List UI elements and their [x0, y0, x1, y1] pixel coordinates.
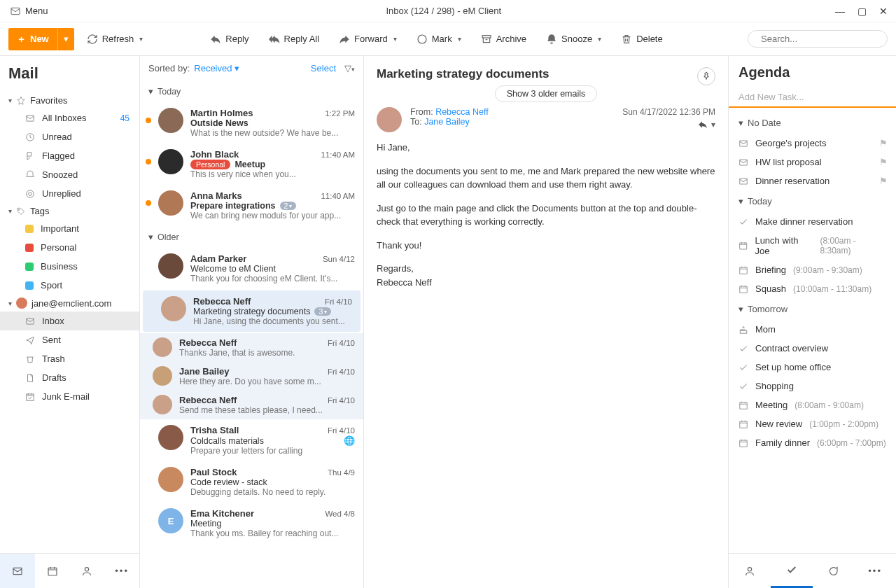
- search-input[interactable]: [748, 30, 888, 48]
- new-dropdown[interactable]: ▾: [57, 28, 74, 50]
- delete-icon: [621, 34, 632, 45]
- avatar: [158, 425, 183, 450]
- account-header[interactable]: ▾ jane@emclient.com: [0, 295, 139, 312]
- agenda-item[interactable]: Squash (10:00am - 11:30am): [729, 279, 896, 298]
- sort-value[interactable]: Received ▾: [194, 63, 239, 74]
- nav-folder[interactable]: Trash: [0, 349, 139, 368]
- pin-button[interactable]: [697, 67, 715, 85]
- refresh-icon: [87, 34, 98, 45]
- list-group[interactable]: ▾Today: [140, 80, 363, 102]
- message-item[interactable]: John Black11:40 AM Personal Meetup This …: [140, 144, 363, 185]
- select-link[interactable]: Select: [311, 63, 336, 74]
- svg-rect-21: [740, 421, 748, 427]
- folder-icon: [25, 373, 35, 383]
- agenda-item[interactable]: Lunch with Joe (8:00am - 8:30am): [729, 231, 896, 260]
- maximize-button[interactable]: ▢: [858, 6, 867, 17]
- agenda-item[interactable]: Dinner reservation ⚑: [729, 172, 896, 190]
- nav-folder[interactable]: Inbox: [0, 312, 139, 330]
- nav-more[interactable]: •••: [104, 554, 139, 588]
- mail-icon: [738, 139, 748, 148]
- svg-point-8: [18, 209, 20, 210]
- message-item[interactable]: E Ema KitchenerWed 4/8 Meeting Thank you…: [140, 503, 363, 544]
- favorites-header[interactable]: ▾ Favorites: [0, 92, 139, 108]
- message-item[interactable]: Rebecca NeffFri 4/10 Marketing strategy …: [143, 290, 360, 332]
- thread-count: 2▾: [280, 202, 297, 210]
- agenda-item[interactable]: Mom: [729, 320, 896, 339]
- filter-button[interactable]: ▽▾: [344, 63, 355, 74]
- agenda-contacts[interactable]: [729, 554, 771, 588]
- nav-folder[interactable]: Drafts: [0, 368, 139, 387]
- nav-favorite[interactable]: Snoozed: [0, 165, 139, 184]
- agenda-group[interactable]: ▾Tomorrow: [729, 298, 896, 320]
- message-item[interactable]: Rebecca NeffFri 4/10 Thanks Jane, that i…: [140, 333, 363, 362]
- agenda-group[interactable]: ▾Today: [729, 190, 896, 212]
- agenda-item[interactable]: Briefing (9:00am - 9:30am): [729, 260, 896, 279]
- nav-favorite[interactable]: Unread: [0, 127, 139, 146]
- agenda-item[interactable]: New review (1:00pm - 2:00pm): [729, 414, 896, 433]
- star-icon: [16, 96, 26, 106]
- reader-date: Sun 4/17/2022 12:36 PM: [622, 107, 715, 117]
- nav-tag[interactable]: Personal: [0, 238, 139, 257]
- agenda-item[interactable]: Shopping: [729, 377, 896, 396]
- snooze-button[interactable]: Snooze▾: [539, 29, 608, 49]
- nav-favorite[interactable]: All Inboxes 45: [0, 108, 139, 127]
- cal-icon: [738, 284, 748, 294]
- new-button[interactable]: ＋New ▾: [8, 28, 74, 50]
- svg-point-6: [27, 190, 34, 197]
- reply-button[interactable]: Reply: [203, 29, 255, 49]
- reply-quick[interactable]: [697, 120, 708, 130]
- message-item[interactable]: Rebecca NeffFri 4/10 Send me these table…: [140, 391, 363, 419]
- snooze-icon: [546, 34, 557, 45]
- close-button[interactable]: ✕: [879, 6, 888, 17]
- nav-tag[interactable]: Sport: [0, 276, 139, 295]
- reply-all-button[interactable]: Reply All: [262, 29, 327, 49]
- agenda-item[interactable]: Contract overview: [729, 339, 896, 358]
- svg-rect-10: [27, 393, 34, 400]
- show-older-button[interactable]: Show 3 older emails: [495, 85, 598, 102]
- to-link[interactable]: Jane Bailey: [424, 117, 470, 127]
- forward-button[interactable]: Forward▾: [332, 29, 404, 49]
- agenda-item[interactable]: Meeting (8:00am - 9:00am): [729, 396, 896, 414]
- refresh-button[interactable]: Refresh▾: [80, 29, 150, 49]
- message-list: Sorted by: Received ▾ Select ▽▾ ▾Today M…: [140, 56, 364, 588]
- agenda-item[interactable]: Set up home office: [729, 358, 896, 377]
- message-item[interactable]: Trisha StallFri 4/10 Coldcalls materials…: [140, 419, 363, 461]
- menu-button[interactable]: Menu: [6, 3, 52, 20]
- list-group[interactable]: ▾Older: [140, 226, 363, 248]
- nav-tag[interactable]: Business: [0, 257, 139, 276]
- fav-icon: [25, 113, 35, 123]
- archive-icon: [481, 34, 492, 45]
- message-item[interactable]: Anna Marks11:40 AM Prepare integrations …: [140, 185, 363, 226]
- agenda-chat[interactable]: [813, 554, 855, 588]
- nav-folder[interactable]: Sent: [0, 330, 139, 349]
- svg-rect-17: [740, 243, 747, 249]
- agenda-item[interactable]: Family dinner (6:00pm - 7:00pm): [729, 433, 896, 452]
- nav-contacts[interactable]: [70, 554, 105, 588]
- message-item[interactable]: Adam ParkerSun 4/12 Welcome to eM Client…: [140, 248, 363, 289]
- mark-button[interactable]: Mark▾: [410, 29, 468, 49]
- nav-calendar[interactable]: [35, 554, 70, 588]
- nav-folder[interactable]: Junk E-mail: [0, 387, 139, 406]
- agenda-tasks[interactable]: [771, 554, 813, 588]
- nav-favorite[interactable]: Unreplied: [0, 184, 139, 203]
- flag-icon: ⚑: [879, 176, 888, 186]
- agenda-item[interactable]: George's projects ⚑: [729, 134, 896, 153]
- agenda-group[interactable]: ▾No Date: [729, 112, 896, 134]
- archive-button[interactable]: Archive: [474, 29, 533, 49]
- message-item[interactable]: Martin Holmes1:22 PM Outside News What i…: [140, 102, 363, 144]
- folder-icon: [25, 335, 35, 345]
- agenda-more[interactable]: •••: [854, 554, 896, 588]
- message-item[interactable]: Paul StockThu 4/9 Code review - stack De…: [140, 461, 363, 503]
- message-item[interactable]: Jane BaileyFri 4/10 Here they are. Do yo…: [140, 362, 363, 391]
- agenda-item[interactable]: HW list proposal ⚑: [729, 153, 896, 172]
- nav-mail[interactable]: [0, 554, 35, 588]
- minimize-button[interactable]: —: [835, 6, 845, 17]
- nav-favorite[interactable]: Flagged: [0, 146, 139, 165]
- delete-button[interactable]: Delete: [614, 29, 670, 49]
- agenda-item[interactable]: Make dinner reservation: [729, 212, 896, 231]
- from-link[interactable]: Rebecca Neff: [435, 107, 489, 117]
- chevron-down-icon[interactable]: ▾: [711, 120, 715, 130]
- tags-header[interactable]: ▾ Tags: [0, 203, 139, 219]
- nav-tag[interactable]: Important: [0, 219, 139, 238]
- add-task-input[interactable]: Add New Task...: [729, 88, 896, 108]
